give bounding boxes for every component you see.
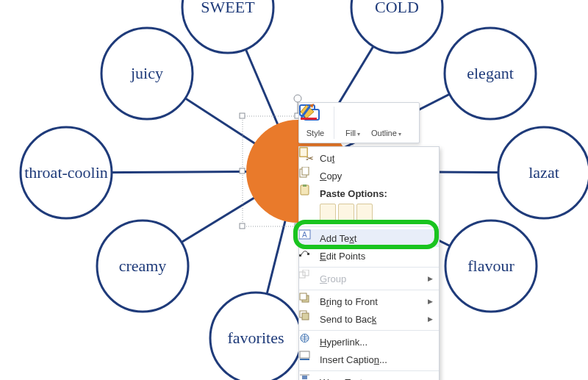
svg-rect-53 (299, 272, 305, 278)
fill-icon (341, 108, 365, 129)
paste-option-2[interactable] (338, 204, 354, 221)
outline-label: Outline▾ (371, 129, 401, 137)
svg-rect-41 (301, 118, 317, 120)
menu-send-to-back[interactable]: Send to Back ▶ (299, 310, 439, 328)
fill-button[interactable]: Fill▾ (341, 108, 365, 137)
svg-rect-48 (300, 148, 307, 157)
bubble-cold[interactable]: COLD (351, 0, 442, 53)
svg-text:lazat: lazat (528, 163, 559, 182)
style-label: Style (306, 129, 324, 137)
svg-text:elegant: elegant (467, 64, 514, 82)
menu-copy[interactable]: Copy (299, 167, 439, 184)
menu-cut[interactable]: ✂ Cut (299, 149, 439, 167)
separator (334, 107, 334, 139)
bubble-juicy[interactable]: juicy (101, 28, 193, 119)
svg-text:A: A (302, 231, 307, 239)
svg-text:COLD: COLD (375, 0, 419, 16)
mini-toolbar: Style Fill▾ Outline▾ (298, 102, 420, 143)
document-canvas[interactable]: SWEET COLD juicy elegant throat-coolin l… (0, 0, 588, 380)
svg-rect-58 (302, 313, 309, 320)
svg-rect-56 (300, 293, 306, 300)
svg-rect-60 (300, 351, 309, 358)
bubble-creamy[interactable]: creamy (97, 221, 188, 312)
svg-rect-33 (240, 168, 245, 173)
menu-edit-points[interactable]: Edit Points (299, 247, 439, 265)
svg-text:creamy: creamy (119, 257, 167, 275)
paste-option-3[interactable] (356, 204, 373, 221)
menu-group: Group ▶ (299, 270, 439, 287)
svg-rect-30 (240, 113, 245, 118)
bubble-favorites[interactable]: favorites (210, 293, 301, 380)
menu-wrap-text[interactable]: Wrap Text ▶ (299, 373, 439, 380)
svg-rect-43 (302, 167, 309, 175)
paste-option-1[interactable] (320, 204, 336, 221)
outline-icon (374, 108, 398, 129)
bubble-flavour[interactable]: flavour (445, 221, 537, 312)
diagram-svg: SWEET COLD juicy elegant throat-coolin l… (0, 0, 588, 380)
svg-text:throat-coolin: throat-coolin (24, 163, 108, 182)
svg-rect-52 (307, 253, 309, 255)
svg-rect-61 (300, 359, 309, 360)
menu-hyperlink[interactable]: Hyperlink... (299, 333, 439, 351)
submenu-arrow-icon: ▶ (428, 275, 433, 282)
bubble-sweet[interactable]: SWEET (182, 0, 273, 53)
svg-rect-51 (299, 254, 301, 257)
bubble-elegant[interactable]: elegant (445, 28, 536, 119)
svg-text:favorites: favorites (228, 329, 284, 347)
svg-point-29 (294, 95, 301, 102)
outline-button[interactable]: Outline▾ (371, 108, 401, 137)
svg-text:juicy: juicy (130, 64, 163, 82)
menu-bring-to-front[interactable]: Bring to Front ▶ (299, 293, 439, 310)
submenu-arrow-icon: ▶ (428, 298, 433, 305)
svg-rect-62 (302, 376, 307, 379)
bubble-lazat[interactable]: lazat (498, 127, 588, 218)
svg-text:SWEET: SWEET (201, 0, 255, 16)
svg-text:flavour: flavour (467, 257, 514, 275)
menu-insert-caption[interactable]: Insert Caption... (299, 351, 439, 368)
menu-paste-options-label: Paste Options: (299, 184, 439, 202)
paste-options (299, 202, 439, 224)
submenu-arrow-icon: ▶ (428, 315, 433, 323)
fill-label: Fill▾ (345, 129, 360, 137)
svg-rect-35 (240, 223, 245, 229)
context-menu: ✂ Cut Copy Paste Options: A Add Text Edi… (298, 146, 440, 380)
svg-rect-54 (303, 270, 309, 276)
menu-add-text[interactable]: A Add Text (299, 229, 439, 247)
svg-rect-45 (303, 184, 306, 187)
bubble-throat-coolin[interactable]: throat-coolin (21, 127, 112, 218)
